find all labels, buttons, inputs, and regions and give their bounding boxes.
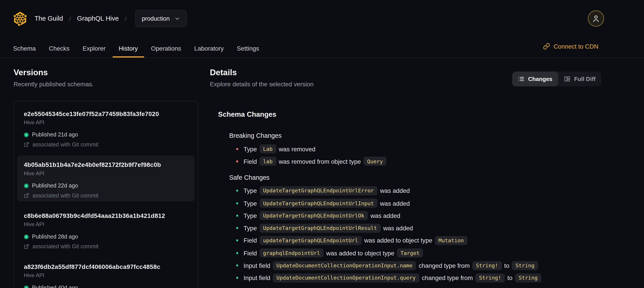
hive-logo-icon[interactable] — [14, 11, 26, 26]
code-chip: Lab — [259, 144, 276, 154]
change-text: Type — [244, 212, 257, 219]
breadcrumb: The Guild / GraphQL Hive / production — [34, 10, 187, 27]
versions-list: e2e55045345ce13fe07f52a77459b83fa3fe7020… — [14, 101, 198, 288]
code-chip: Target — [397, 248, 423, 258]
breadcrumb-project[interactable]: GraphQL Hive — [77, 15, 119, 22]
git-commit-link[interactable]: associated with Git commit — [24, 243, 188, 250]
bullet-dot — [236, 190, 238, 192]
change-text: was removed — [279, 145, 315, 152]
change-text: was added — [370, 212, 400, 219]
target-select-value: production — [142, 15, 170, 22]
change-list-safe: TypeUpdateTargetGraphQLEndpointUrlErrorw… — [236, 184, 602, 284]
tab-schema[interactable]: Schema — [7, 39, 42, 58]
published-status-dot — [24, 234, 28, 239]
change-text: was added to object type — [326, 249, 394, 256]
change-text: Type — [244, 145, 257, 152]
change-text: Field — [244, 158, 257, 165]
view-toggle-full-diff[interactable]: Full Diff — [558, 72, 601, 86]
tab-laboratory[interactable]: Laboratory — [188, 39, 230, 58]
bullet-dot — [236, 277, 238, 279]
change-item: TypeLabwas removed — [236, 143, 602, 155]
published-label: Published 28d ago — [32, 234, 78, 240]
code-chip: graphqlEndpointUrl — [259, 248, 324, 258]
change-text: Input field — [244, 274, 270, 281]
published-label: Published 40d ago — [32, 284, 78, 288]
version-service: Hive API — [24, 272, 188, 278]
breadcrumb-org[interactable]: The Guild — [34, 15, 63, 22]
external-link-icon — [24, 142, 29, 147]
change-item: Fieldlabwas removed from object typeQuer… — [236, 155, 602, 167]
versions-title: Versions — [14, 68, 199, 77]
bullet-dot — [236, 252, 238, 254]
nav-tabs: SchemaChecksExplorerHistoryOperationsLab… — [7, 39, 266, 58]
code-chip: UpdateTargetGraphQLEndpointUrlResult — [259, 224, 380, 233]
connect-to-cdn-button[interactable]: Connect to CDN — [543, 43, 598, 50]
list-icon — [518, 76, 524, 82]
external-link-icon — [24, 193, 29, 198]
user-menu-button[interactable] — [588, 10, 604, 27]
change-text: to — [507, 274, 512, 281]
tab-label: Settings — [237, 45, 259, 52]
bullet-dot — [236, 148, 238, 150]
tab-label: Laboratory — [194, 45, 224, 52]
code-chip: String — [512, 261, 538, 270]
view-toggle-changes[interactable]: Changes — [512, 72, 558, 86]
git-commit-link[interactable]: associated with Git commit — [24, 142, 188, 148]
nav-separator — [0, 58, 644, 58]
change-text: Type — [244, 224, 257, 232]
bullet-dot — [236, 264, 238, 266]
tab-settings[interactable]: Settings — [230, 39, 266, 58]
versions-subtitle: Recently published schemas. — [14, 81, 199, 88]
published-status-dot — [24, 285, 28, 288]
change-text: was added — [383, 224, 413, 232]
tab-checks[interactable]: Checks — [42, 39, 76, 58]
change-item: TypeUpdateTargetGraphQLEndpointUrlResult… — [236, 222, 602, 234]
details-header: Details Explore details of the selected … — [210, 68, 601, 88]
columns-icon — [564, 76, 570, 82]
version-item[interactable]: c8b6e88a06793b9c4dfd54aaa21b36a1b421d812… — [17, 206, 195, 252]
change-text: Type — [244, 200, 257, 207]
code-chip: Mutation — [435, 236, 468, 245]
view-toggle: ChangesFull Diff — [512, 72, 602, 86]
app-window: The Guild / GraphQL Hive / production Sc… — [0, 0, 644, 288]
git-commit-link[interactable]: associated with Git commit — [24, 192, 188, 199]
version-service: Hive API — [24, 119, 188, 125]
change-text: was added — [380, 200, 410, 207]
code-chip: Query — [364, 157, 387, 166]
change-text: Field — [244, 249, 257, 256]
code-chip: UpdateDocumentCollectionOperationInput.n… — [273, 261, 416, 270]
section-title-breaking-changes: Breaking Changes — [229, 132, 601, 139]
version-published: Published 40d ago — [24, 284, 188, 288]
tab-operations[interactable]: Operations — [144, 39, 188, 58]
change-item: TypeUpdateTargetGraphQLEndpointUrlOkwas … — [236, 209, 602, 222]
version-published: Published 21d ago — [24, 132, 188, 138]
version-published: Published 22d ago — [24, 183, 188, 189]
code-chip: UpdateTargetGraphQLEndpointUrlOk — [259, 211, 368, 220]
code-chip: UpdateTargetGraphQLEndpointUrlInput — [259, 199, 378, 208]
version-item[interactable]: a823f6db2a55df877dcf406006abca97fcc4858c… — [17, 257, 195, 288]
change-item: Input fieldUpdateDocumentCollectionOpera… — [236, 271, 602, 284]
code-chip: String! — [472, 261, 502, 270]
top-bar: The Guild / GraphQL Hive / production — [14, 9, 187, 28]
connect-to-cdn-label: Connect to CDN — [554, 43, 598, 50]
version-hash: 4b05ab51b1b4a7e2e4b0ef82172f2b9f7ef98c0b — [24, 161, 188, 168]
tab-explorer[interactable]: Explorer — [76, 39, 112, 58]
code-chip: UpdateDocumentCollectionOperationInput.q… — [273, 273, 420, 282]
tab-label: History — [118, 45, 138, 52]
version-published: Published 28d ago — [24, 234, 188, 240]
external-link-icon — [24, 244, 29, 249]
version-item[interactable]: 4b05ab51b1b4a7e2e4b0ef82172f2b9f7ef98c0b… — [17, 156, 195, 202]
change-item: FieldgraphqlEndpointUrlwas added to obje… — [236, 247, 602, 259]
change-text: changed type from — [418, 262, 470, 269]
version-hash: e2e55045345ce13fe07f52a77459b83fa3fe7020 — [24, 110, 188, 117]
tab-history[interactable]: History — [112, 39, 144, 58]
change-text: was removed from object type — [279, 158, 361, 165]
git-commit-label: associated with Git commit — [32, 142, 98, 148]
tab-label: Checks — [49, 45, 70, 52]
details-panel: Details Explore details of the selected … — [210, 68, 601, 88]
code-chip: String! — [475, 273, 505, 282]
change-text: Field — [244, 237, 257, 244]
target-select[interactable]: production — [135, 10, 187, 27]
published-status-dot — [24, 183, 28, 188]
version-item[interactable]: e2e55045345ce13fe07f52a77459b83fa3fe7020… — [17, 105, 195, 151]
